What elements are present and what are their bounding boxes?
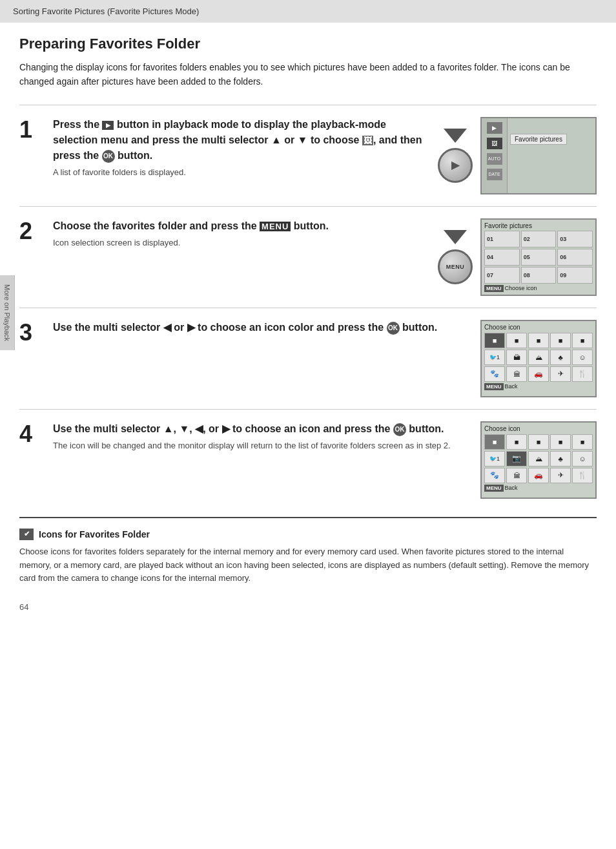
s4-icon-25: ☺ [572,451,593,466]
s4-icon-row2: 🐦1 📷 ⛰ ♣ ☺ [484,451,593,466]
s4-icon-color-selected: ■ [484,434,505,450]
step-4-instruction: Use the multi selector ▲, ▼, ◀, or ▶ to … [53,421,470,437]
s3-icon-row2: 🐦1 🏔 ⛰ ♣ ☺ [484,350,593,365]
s3-menu-badge: MENU [484,383,504,390]
s2-footer-text: Choose icon [505,285,537,291]
playback-btn-icon: ▶ [451,159,459,171]
step-1-arrow: ▶ [438,129,473,183]
step-2-visual: MENU Favorite pictures 01 02 03 04 05 06… [438,218,597,296]
page-title: Preparing Favorites Folder [19,36,597,52]
s4-color-row: ■ ■ ■ ■ ■ [484,434,593,450]
bottom-note-text: Choose icons for favorites folders separ… [19,545,597,585]
s2-footer: MENU Choose icon [484,285,593,292]
fav-pic-icon: 🖼 [362,136,373,145]
folder-06: 06 [557,249,593,266]
s3-footer: MENU Back [484,383,593,390]
step-3-visual: Choose icon ■ ■ ■ ■ ■ 🐦1 🏔 ⛰ ♣ [480,320,597,397]
menu-button: MENU [438,249,473,284]
s2-menu-badge: MENU [484,285,504,292]
s4-icon-color-2: ■ [506,434,527,450]
step-4-content: Use the multi selector ▲, ▼, ◀, or ▶ to … [53,421,470,450]
bottom-note-title: ✔ Icons for Favorites Folder [19,529,597,540]
step-3-content: Use the multi selector ◀ or ▶ to choose … [53,320,470,339]
icon-21: 🐦1 [484,350,505,365]
bottom-note: ✔ Icons for Favorites Folder Choose icon… [19,517,597,592]
icon-34: ✈ [550,366,571,382]
step-1-number: 1 [19,118,43,142]
icon-color-4: ■ [550,333,571,348]
folder-02: 02 [521,231,557,247]
s1-icon-date: DATE [487,169,502,180]
step-1-visual: ▶ ▶ 🖼 AUTO DATE Favorite pictures [438,117,597,194]
icon-color-3: ■ [528,333,549,348]
step-2-screen: Favorite pictures 01 02 03 04 05 06 07 0… [480,218,597,296]
step-2-number: 2 [19,220,43,243]
s3-footer-text: Back [505,383,518,390]
s3-screen-title: Choose icon [484,324,593,331]
ok-button-4-icon: OK [393,423,406,436]
step-4-number: 4 [19,423,43,446]
s1-icon-fav: 🖼 [487,138,502,149]
fav-pictures-label: Favorite pictures [510,134,567,145]
s4-footer: MENU Back [484,485,593,492]
icon-25: ☺ [572,350,593,365]
s4-screen-title: Choose icon [484,425,593,432]
step-2-note: Icon selection screen is displayed. [53,238,427,247]
arrow-down-2-icon [444,230,467,244]
icon-color-2: ■ [506,333,527,348]
arrow-down-icon [444,129,467,143]
cam-playback-button: ▶ [438,148,473,183]
s4-icon-32: 🏛 [506,468,527,483]
step-2-arrow-btn: MENU [438,230,473,284]
step-2-content: Choose the favorites folder and press th… [53,218,427,247]
icon-35: 🍴 [572,366,593,382]
step-4-note: The icon will be changed and the monitor… [53,441,470,450]
s2-screen-title: Favorite pictures [484,222,593,229]
step-3-screen: Choose icon ■ ■ ■ ■ ■ 🐦1 🏔 ⛰ ♣ [480,320,597,397]
step-1-screen: ▶ 🖼 AUTO DATE Favorite pictures [480,117,597,194]
top-bar: Sorting Favorite Pictures (Favorite Pict… [0,0,616,23]
bottom-note-heading: Icons for Favorites Folder [39,529,150,540]
icon-31: 🐾 [484,366,505,382]
s4-icon-31: 🐾 [484,468,505,483]
s3-icon-row3: 🐾 🏛 🚗 ✈ 🍴 [484,366,593,382]
s4-icon-color-3: ■ [528,434,549,450]
folder-03: 03 [557,231,593,247]
s4-menu-badge: MENU [484,485,504,492]
icon-33: 🚗 [528,366,549,382]
top-bar-label: Sorting Favorite Pictures (Favorite Pict… [13,6,199,16]
s3-color-row: ■ ■ ■ ■ ■ [484,333,593,348]
step-4-row: 4 Use the multi selector ▲, ▼, ◀, or ▶ t… [19,409,597,510]
s4-icon-color-4: ■ [550,434,571,450]
s4-icon-row3: 🐾 🏛 🚗 ✈ 🍴 [484,468,593,483]
step-3-row: 3 Use the multi selector ◀ or ▶ to choos… [19,308,597,409]
s4-icon-34: ✈ [550,468,571,483]
step-1-note: A list of favorite folders is displayed. [53,167,427,177]
menu-label: MENU [260,222,291,231]
step-1-instruction: Press the ▶ button in playback mode to d… [53,117,427,163]
s1-right-label: Favorite pictures [508,118,595,193]
step-3-instruction: Use the multi selector ◀ or ▶ to choose … [53,320,470,335]
note-icon: ✔ [19,529,34,540]
folder-01: 01 [484,231,520,247]
folder-04: 04 [484,249,520,266]
s4-icon-21: 🐦1 [484,451,505,466]
intro-text: Changing the display icons for favorites… [19,60,597,89]
s2-folder-grid: 01 02 03 04 05 06 07 08 09 [484,231,593,284]
icon-color-selected: ■ [484,333,505,348]
s1-icon-play: ▶ [487,122,502,134]
ok-button-icon: OK [102,150,115,163]
icon-32: 🏛 [506,366,527,382]
step-1-row: 1 Press the ▶ button in playback mode to… [19,105,597,206]
icon-24: ♣ [550,350,571,365]
icon-22: 🏔 [506,350,527,365]
s4-icon-23: ⛰ [528,451,549,466]
s1-icon-auto: AUTO [487,153,502,165]
folder-09: 09 [557,267,593,284]
page-number: 64 [19,602,597,612]
step-2-row: 2 Choose the favorites folder and press … [19,206,597,308]
folder-08: 08 [521,267,557,284]
step-2-instruction: Choose the favorites folder and press th… [53,218,427,234]
step-4-visual: Choose icon ■ ■ ■ ■ ■ 🐦1 📷 ⛰ ♣ [480,421,597,499]
s1-left-menu: ▶ 🖼 AUTO DATE [482,118,508,193]
